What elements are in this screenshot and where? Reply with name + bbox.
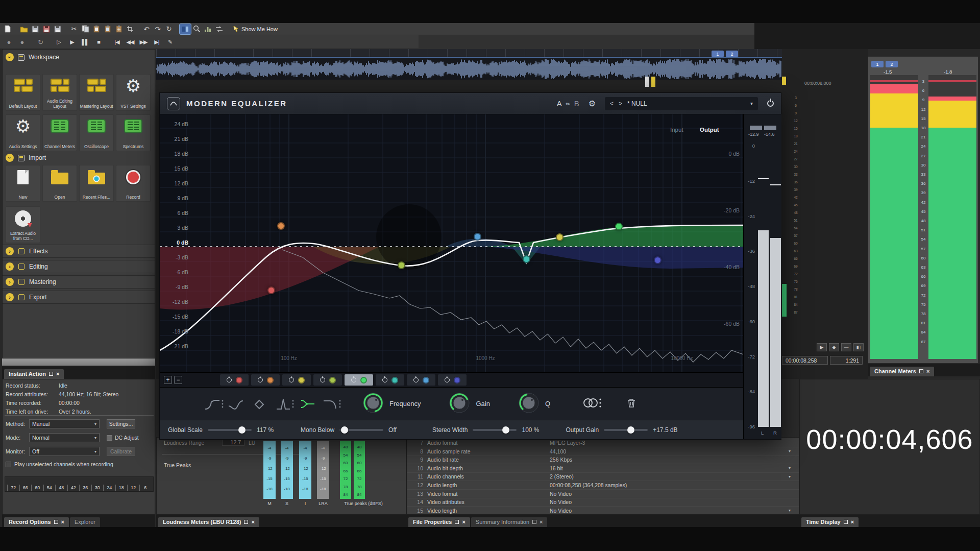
band-7-handle[interactable] (474, 233, 481, 241)
tab-close-icon[interactable]: × (540, 519, 543, 525)
workspace-item-spectrums[interactable]: Spectrums (116, 114, 151, 151)
toolbar-icon-zoom-edit[interactable] (191, 24, 202, 34)
workspace-collapse-chevron[interactable]: › (6, 53, 14, 61)
toolbar-icon-save-all[interactable] (52, 24, 63, 34)
workspace-item-audio-editing-layout[interactable]: Audio Editing Layout (42, 74, 77, 111)
band-3-handle[interactable] (556, 233, 564, 241)
transport-record-arm-button[interactable]: ● (15, 36, 29, 47)
mini-marker-button[interactable]: ◆ (829, 343, 839, 351)
slider-thumb[interactable] (502, 426, 509, 434)
band-3-power-icon[interactable] (289, 377, 294, 382)
preset-a-button[interactable]: A (557, 99, 562, 108)
preset-dropdown-icon[interactable]: ▾ (750, 101, 753, 106)
dropdown-icon[interactable]: ▾ (789, 466, 799, 470)
band-4-color-dot[interactable] (329, 377, 336, 384)
sidebar-section-mastering[interactable]: ›Mastering (3, 275, 155, 289)
band-2-handle[interactable] (277, 222, 285, 230)
dropdown-icon[interactable]: ▾ (789, 508, 799, 513)
knob-q[interactable] (518, 392, 540, 416)
tab-instant-action[interactable]: Instant Action× (4, 369, 64, 379)
dc-adjust-checkbox[interactable] (107, 435, 112, 441)
tab-float-icon[interactable] (919, 369, 923, 373)
toolbar-icon-save-as[interactable] (41, 24, 52, 34)
toolbar-icon-statistics[interactable] (202, 24, 213, 34)
toolbar-icon-undo[interactable]: ↶ (141, 24, 152, 34)
band-5-color-dot[interactable] (360, 377, 367, 384)
toolbar-icon-redo[interactable]: ↷ (152, 24, 163, 34)
tab-float-icon[interactable] (244, 520, 248, 524)
mini-channel-badge-1[interactable]: 1 (712, 51, 724, 57)
transport-play-button[interactable]: ▶ (65, 36, 79, 47)
file-property-row[interactable]: 11Audio channels2 (Stereo)▾ (407, 472, 799, 481)
toolbar-icon-open-file[interactable] (18, 24, 30, 34)
band-6-handle[interactable] (523, 255, 530, 263)
slider-mono-below[interactable] (339, 429, 383, 431)
band-4-power-icon[interactable] (320, 377, 325, 382)
transport-go-to-start-button[interactable]: |◀ (110, 36, 124, 47)
method-select[interactable]: Manual▾ (29, 419, 100, 428)
band-3-color-dot[interactable] (298, 377, 305, 384)
band-1-color-dot[interactable] (236, 377, 242, 384)
dropdown-icon[interactable]: ▾ (789, 449, 799, 453)
toolbar-icon-save[interactable] (30, 24, 41, 34)
toolbar-icon-copy[interactable] (80, 24, 91, 34)
slider-thumb[interactable] (627, 426, 634, 434)
tab-summary-information[interactable]: Summary Information× (471, 517, 548, 527)
tab-time-display[interactable]: Time Display× (801, 517, 859, 527)
section-expand-chevron[interactable]: › (6, 262, 14, 271)
band-2-color-dot[interactable] (267, 377, 274, 384)
tab-input[interactable]: Input (670, 127, 683, 133)
settings-button[interactable]: Settings... (107, 419, 135, 428)
band-2-power-icon[interactable] (258, 377, 263, 382)
tab-file-properties[interactable]: File Properties× (408, 517, 470, 527)
zoom-in-button[interactable]: + (164, 376, 172, 384)
settings-gear-icon[interactable]: ⚙ (589, 99, 596, 108)
tab-close-icon[interactable]: × (61, 519, 64, 525)
channel-1-badge[interactable]: 1 (871, 61, 884, 67)
transport-fast-forward-button[interactable]: ▶▶ (137, 36, 150, 47)
preset-prev-icon[interactable]: < (610, 100, 614, 107)
sidebar-scrollbar[interactable] (2, 358, 155, 366)
import-item-record[interactable]: Record (116, 165, 151, 202)
band-6-power-icon[interactable] (382, 377, 387, 382)
toolbar-icon-mix-paste[interactable] (113, 24, 125, 34)
tab-float-icon[interactable] (844, 520, 848, 524)
mode-select[interactable]: Normal▾ (29, 433, 100, 442)
toolbar-icon-repeat[interactable]: ↻ (163, 24, 175, 34)
toolbar-icon-paste[interactable] (91, 24, 102, 34)
stereo-mode-button[interactable] (581, 396, 603, 412)
tab-close-icon[interactable]: × (851, 519, 854, 525)
file-property-row[interactable]: 12Audio length00:00:08,258 (364,208 samp… (407, 481, 799, 490)
slider-thumb[interactable] (341, 426, 348, 434)
tab-close-icon[interactable]: × (56, 371, 59, 377)
calibrate-button[interactable]: Calibrate (107, 447, 135, 456)
ab-copy-icon[interactable]: ●▸ (566, 101, 571, 106)
workspace-item-default-layout[interactable]: Default Layout (6, 74, 40, 111)
toolbar-icon-new-file[interactable] (2, 24, 13, 34)
equalizer-titlebar[interactable]: MODERN EQUALIZER A ●▸ B ⚙ < > * NULL ▾ (160, 93, 781, 114)
tab-close-icon[interactable]: × (462, 519, 465, 525)
section-expand-chevron[interactable]: › (6, 247, 14, 255)
toolbar-icon-batch-find[interactable] (213, 24, 225, 34)
tab-float-icon[interactable] (49, 372, 53, 376)
toolbar-icon-cut[interactable]: ✂ (68, 24, 80, 34)
tab-channel-meters[interactable]: Channel Meters× (870, 367, 934, 376)
sidebar-section-editing[interactable]: ›Editing (3, 260, 155, 273)
tab-record-options[interactable]: Record Options× (4, 517, 69, 527)
zoom-out-button[interactable]: − (174, 376, 182, 384)
knob-frequency[interactable] (362, 392, 384, 416)
filter-shape-bell-button[interactable] (250, 395, 273, 413)
preset-selector[interactable]: < > * NULL ▾ (605, 97, 758, 110)
band-7-color-dot[interactable] (423, 377, 429, 384)
import-collapse-chevron[interactable]: › (6, 154, 14, 162)
sidebar-section-effects[interactable]: ›Effects (3, 245, 155, 258)
slider-output-gain[interactable] (604, 429, 648, 431)
preset-next-icon[interactable]: > (619, 100, 622, 107)
tab-loudness-meters[interactable]: Loudness Meters (EBU R128)× (158, 517, 259, 527)
filter-shape-high-cut-button[interactable] (320, 395, 344, 413)
monitor-select[interactable]: Off▾ (29, 447, 100, 456)
import-item-open[interactable]: Open (42, 165, 77, 202)
mini-play-button[interactable]: ▶ (817, 343, 827, 351)
band-1-power-icon[interactable] (227, 377, 232, 382)
file-property-row[interactable]: 9Audio bit rate256 Kbps (407, 456, 799, 464)
